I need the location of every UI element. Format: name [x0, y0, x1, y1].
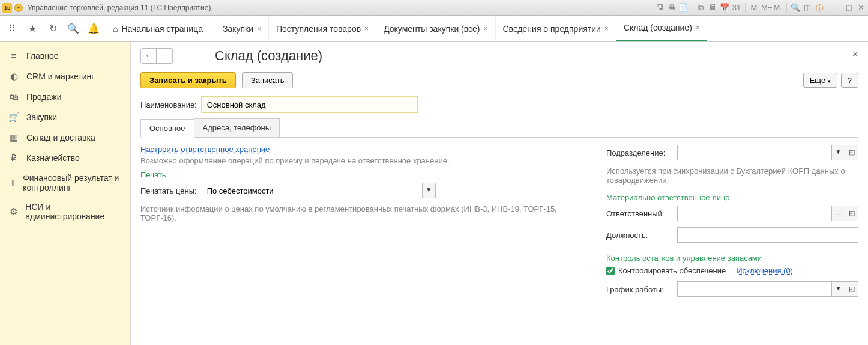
control-group: Контроль остатков и управление запасами — [606, 254, 858, 263]
back-button[interactable]: ← — [141, 49, 157, 63]
search-icon[interactable]: 🔍 — [66, 22, 80, 36]
date-icon[interactable]: 31 — [732, 3, 741, 13]
close-icon[interactable]: × — [483, 25, 487, 33]
division-hint: Используется при синхронизации с Бухгалт… — [606, 166, 858, 185]
bag-icon: 🛍 — [8, 91, 19, 102]
save-button[interactable]: Записать — [242, 72, 294, 88]
tab-main[interactable]: Основное — [140, 119, 194, 138]
cart-icon: 🛒 — [8, 112, 19, 123]
window-title: Управление торговлей, редакция 11 (1С:Пр… — [28, 4, 654, 12]
close-page-icon[interactable]: × — [852, 48, 858, 61]
name-input[interactable] — [202, 97, 418, 112]
tab-purchases[interactable]: Закупки× — [215, 16, 268, 41]
open-icon[interactable]: ◰ — [845, 206, 858, 221]
prices-select[interactable] — [202, 183, 423, 198]
responsible-label: Ответственный: — [606, 209, 672, 218]
close-icon[interactable]: × — [364, 25, 369, 33]
exceptions-link[interactable]: Исключения (0) — [737, 266, 793, 275]
tab-home-label: Начальная страница — [121, 24, 202, 34]
open-icon[interactable]: ◰ — [845, 281, 858, 297]
storage-link[interactable]: Настроить ответственное хранение — [140, 145, 270, 154]
close-icon[interactable]: × — [696, 23, 700, 32]
position-input[interactable] — [677, 227, 858, 243]
sidebar-item-purchases[interactable]: 🛒Закупки — [0, 107, 130, 127]
calc-icon[interactable]: 🖩 — [708, 3, 717, 13]
print-icon[interactable]: 🖶 — [666, 3, 676, 13]
history-icon[interactable]: ↻ — [46, 22, 60, 36]
zoom-icon[interactable]: 🔍 — [791, 3, 800, 13]
calendar-icon[interactable]: 📅 — [720, 3, 729, 13]
tab-receipts[interactable]: Поступления товаров× — [268, 16, 376, 41]
grid-icon: ▦ — [8, 132, 19, 143]
tab-docs[interactable]: Документы закупки (все)× — [376, 16, 495, 41]
compare-icon[interactable]: ⧉ — [696, 3, 705, 13]
doc-icon[interactable]: 📄 — [678, 3, 688, 13]
page-title: Склад (создание) — [215, 48, 322, 64]
schedule-input[interactable] — [677, 281, 832, 297]
app-logo: 1c — [2, 3, 12, 13]
app-menu-dropdown[interactable]: ▾ — [14, 4, 23, 12]
ellipsis-icon[interactable]: … — [832, 206, 845, 221]
sidebar-item-sales[interactable]: 🛍Продажи — [0, 87, 130, 107]
close-icon[interactable]: × — [257, 25, 261, 33]
open-icon[interactable]: ◰ — [845, 145, 858, 160]
close-icon[interactable]: × — [604, 25, 609, 33]
dropdown-icon[interactable]: ▼ — [832, 145, 845, 160]
m-icon[interactable]: M — [749, 3, 759, 13]
help-button[interactable]: ? — [841, 73, 858, 88]
forward-button[interactable]: → — [157, 49, 172, 63]
name-label: Наименование: — [140, 100, 197, 109]
position-label: Должность: — [606, 231, 672, 240]
sidebar-item-finance[interactable]: ⫴Финансовый результат и контроллинг — [0, 168, 130, 197]
responsible-input[interactable] — [677, 206, 832, 221]
print-group-title: Печать — [140, 170, 594, 179]
dropdown-icon[interactable]: ▼ — [423, 183, 436, 198]
close-icon[interactable]: ✕ — [856, 3, 866, 13]
responsible-group: Материально ответственное лицо — [606, 193, 858, 202]
prices-label: Печатать цены: — [140, 186, 197, 195]
sidebar-item-admin[interactable]: ⚙НСИ и администрирование — [0, 197, 130, 226]
sidebar-item-warehouse[interactable]: ▦Склад и доставка — [0, 127, 130, 148]
dropdown-icon[interactable]: ▼ — [832, 281, 845, 297]
minimize-icon[interactable]: — — [832, 3, 842, 13]
division-input[interactable] — [677, 145, 832, 160]
info-icon[interactable]: ⓘ — [815, 3, 824, 13]
chart-icon: ⫴ — [8, 177, 16, 188]
favorite-icon[interactable]: ★ — [25, 22, 40, 36]
tab-warehouse[interactable]: Склад (создание)× — [616, 16, 707, 41]
save-icon[interactable]: 🖫 — [654, 3, 664, 13]
control-checkbox-wrap[interactable]: Контролировать обеспечение — [606, 266, 726, 275]
tab-home[interactable]: ⌂ Начальная страница — [107, 24, 209, 34]
storage-hint: Возможно оформление операций по приему и… — [140, 156, 594, 165]
ruble-icon: ₽ — [8, 153, 19, 163]
more-button[interactable]: Еще ▾ — [803, 73, 837, 88]
mminus-icon[interactable]: M- — [773, 3, 783, 13]
save-close-button[interactable]: Записать и закрыть — [140, 72, 236, 88]
schedule-label: График работы: — [606, 285, 672, 294]
apps-icon[interactable]: ⠿ — [5, 22, 19, 36]
notifications-icon[interactable]: 🔔 — [86, 22, 101, 36]
maximize-icon[interactable]: ◻ — [844, 3, 854, 13]
sidebar-item-main[interactable]: ≡Главное — [0, 46, 130, 66]
mplus-icon[interactable]: M+ — [761, 3, 771, 13]
home-icon: ⌂ — [113, 24, 118, 34]
prices-hint: Источник информации о ценах по умолчанию… — [140, 204, 594, 222]
tab-addresses[interactable]: Адреса, телефоны — [194, 118, 280, 137]
tab-company[interactable]: Сведения о предприятии× — [495, 16, 616, 41]
control-checkbox[interactable] — [606, 267, 615, 275]
list-icon: ≡ — [8, 50, 19, 61]
sidebar-item-crm[interactable]: ◐CRM и маркетинг — [0, 66, 130, 87]
panel-icon[interactable]: ◫ — [803, 3, 812, 13]
pie-icon: ◐ — [8, 71, 19, 82]
division-label: Подразделение: — [606, 148, 672, 157]
sidebar-item-treasury[interactable]: ₽Казначейство — [0, 148, 130, 168]
gear-icon: ⚙ — [8, 206, 18, 217]
